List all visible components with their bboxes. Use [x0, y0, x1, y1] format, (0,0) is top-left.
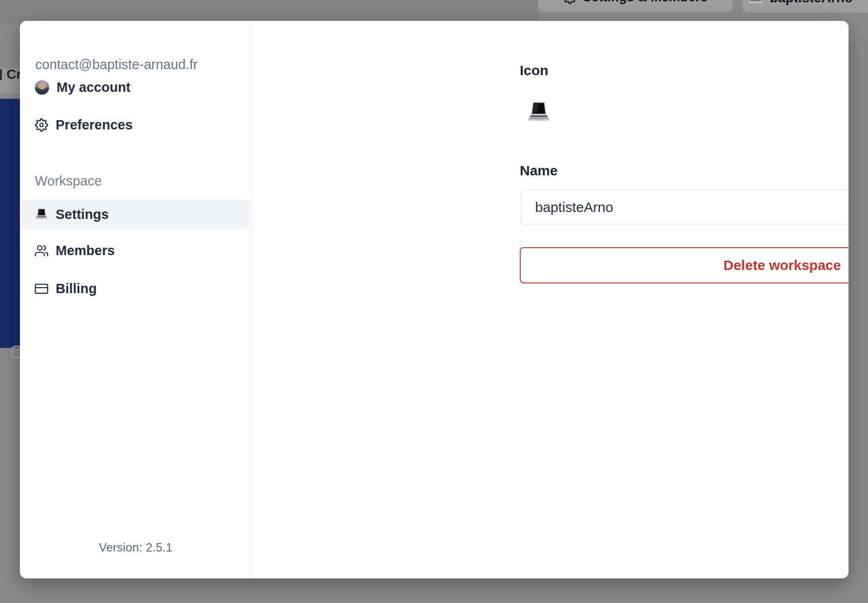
sidebar-item-label: Preferences — [56, 117, 133, 133]
gear-icon — [35, 118, 48, 132]
credit-card-icon — [35, 282, 48, 295]
sidebar-item-my-account[interactable]: My account — [21, 72, 249, 102]
sidebar-item-billing[interactable]: Billing — [21, 274, 249, 303]
user-avatar — [35, 80, 49, 95]
icon-section-heading: Icon — [520, 63, 549, 78]
laptop-emoji-icon — [748, 0, 764, 6]
sidebar-item-label: Billing — [56, 281, 97, 296]
sidebar-item-label: My account — [57, 80, 131, 95]
dimmed-text-caret — [0, 69, 2, 80]
name-section-heading: Name — [520, 163, 558, 179]
sidebar-item-preferences[interactable]: Preferences — [21, 110, 249, 140]
sidebar-item-members[interactable]: Members — [21, 236, 249, 265]
version-label: Version: 2.5.1 — [20, 540, 251, 555]
sidebar-item-label: Members — [56, 243, 115, 258]
dimmed-toolbar-text-fragment: Cr — [6, 67, 21, 82]
settings-content: Icon Name Delete workspace — [252, 21, 849, 578]
workspace-name-input[interactable] — [521, 190, 849, 225]
laptop-emoji-icon — [35, 208, 48, 221]
settings-members-label: Settings & Members — [583, 0, 708, 5]
sidebar-item-label: Settings — [56, 207, 108, 222]
workspace-switcher-button-behind: baptisteArno — [742, 0, 868, 13]
account-email: contact@baptiste-arnaud.fr — [35, 57, 198, 72]
workspace-switcher-label: baptisteArno — [770, 0, 853, 6]
settings-sidebar: contact@baptiste-arnaud.fr My account Pr… — [20, 21, 252, 578]
laptop-emoji-icon — [527, 100, 551, 124]
workspace-section-label: Workspace — [35, 173, 102, 189]
workspace-icon-button[interactable] — [527, 100, 551, 124]
delete-workspace-button[interactable]: Delete workspace — [520, 247, 849, 283]
sidebar-item-settings[interactable]: Settings — [21, 199, 249, 229]
gear-icon — [563, 0, 577, 4]
screen: Cr C Settings & Members baptisteArno con… — [0, 0, 868, 603]
settings-members-button-behind: Settings & Members — [538, 0, 733, 12]
workspace-settings-modal: contact@baptiste-arnaud.fr My account Pr… — [20, 21, 849, 578]
users-icon — [35, 244, 48, 257]
